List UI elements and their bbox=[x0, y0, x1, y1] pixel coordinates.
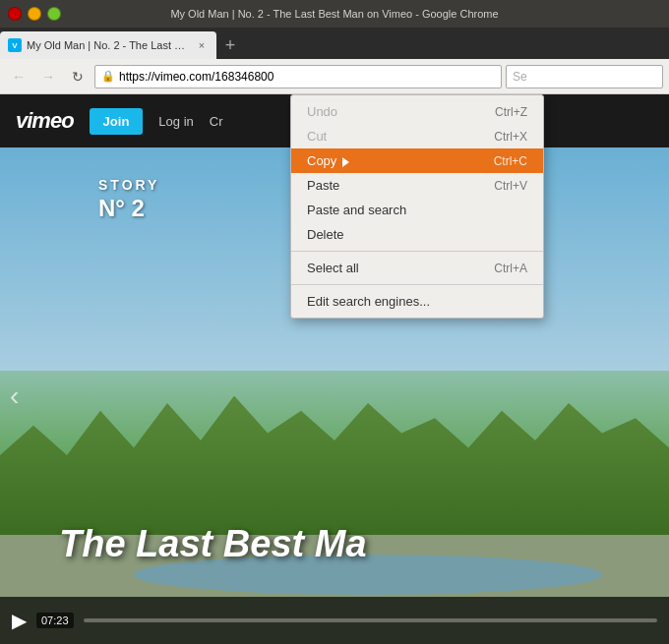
close-button[interactable] bbox=[8, 7, 22, 21]
back-button[interactable]: ← bbox=[6, 64, 31, 89]
join-button[interactable]: Join bbox=[90, 108, 144, 135]
page-content: vimeo Join Log in Cr STORY N° 2 The Last… bbox=[0, 94, 669, 644]
browser-toolbar: ← → ↻ 🔒 https://vimeo.com/168346800 Se bbox=[0, 59, 669, 94]
minimize-button[interactable] bbox=[28, 7, 41, 21]
menu-item-delete[interactable]: Delete bbox=[291, 222, 543, 247]
progress-bar[interactable] bbox=[84, 618, 657, 622]
reload-button[interactable]: ↻ bbox=[65, 64, 91, 89]
menu-label-cut: Cut bbox=[307, 129, 327, 144]
menu-divider-select-all bbox=[291, 284, 543, 285]
window-title: My Old Man | No. 2 - The Last Best Man o… bbox=[170, 8, 498, 20]
vimeo-logo: vimeo bbox=[16, 108, 74, 134]
story-label: STORY bbox=[98, 177, 159, 193]
tab-title: My Old Man | No. 2 - The Last Best Man bbox=[27, 39, 190, 51]
menu-label-edit-search: Edit search engines... bbox=[307, 294, 430, 309]
search-box[interactable]: Se bbox=[506, 65, 663, 88]
menu-item-select-all[interactable]: Select allCtrl+A bbox=[291, 256, 543, 280]
shortcut-select-all: Ctrl+A bbox=[494, 262, 527, 275]
play-button[interactable]: ▶ bbox=[12, 609, 27, 632]
create-link[interactable]: Cr bbox=[210, 114, 223, 129]
cursor-indicator bbox=[342, 157, 349, 167]
tab-bar: V My Old Man | No. 2 - The Last Best Man… bbox=[0, 28, 669, 59]
story-number: N° 2 bbox=[98, 195, 145, 222]
address-bar[interactable]: 🔒 https://vimeo.com/168346800 bbox=[94, 65, 502, 88]
menu-divider-delete bbox=[291, 251, 543, 252]
timecode-badge: 07:23 bbox=[36, 613, 74, 628]
shortcut-paste: Ctrl+V bbox=[494, 179, 527, 193]
tab-close-button[interactable]: × bbox=[195, 38, 209, 52]
window-controls bbox=[8, 7, 61, 21]
shortcut-cut: Ctrl+X bbox=[494, 130, 527, 144]
menu-label-paste: Paste bbox=[307, 178, 339, 193]
browser-tab[interactable]: V My Old Man | No. 2 - The Last Best Man… bbox=[0, 31, 216, 59]
secure-icon: 🔒 bbox=[101, 70, 115, 83]
menu-label-copy: Copy bbox=[307, 153, 349, 168]
maximize-button[interactable] bbox=[47, 7, 61, 21]
address-text: https://vimeo.com/168346800 bbox=[119, 70, 495, 84]
login-link[interactable]: Log in bbox=[158, 114, 193, 129]
shortcut-undo: Ctrl+Z bbox=[495, 105, 527, 119]
context-menu: UndoCtrl+ZCutCtrl+XCopyCtrl+CPasteCtrl+V… bbox=[290, 94, 544, 319]
menu-label-delete: Delete bbox=[307, 227, 344, 242]
menu-item-paste[interactable]: PasteCtrl+V bbox=[291, 173, 543, 198]
search-placeholder: Se bbox=[513, 70, 527, 84]
menu-item-edit-search[interactable]: Edit search engines... bbox=[291, 289, 543, 314]
video-controls: ▶ 07:23 bbox=[0, 597, 669, 644]
video-title: The Last Best Ma bbox=[59, 523, 367, 565]
tab-favicon: V bbox=[8, 38, 22, 52]
menu-item-cut: CutCtrl+X bbox=[291, 124, 543, 148]
new-tab-button[interactable]: + bbox=[216, 31, 244, 59]
menu-item-undo: UndoCtrl+Z bbox=[291, 99, 543, 124]
forward-button[interactable]: → bbox=[35, 64, 61, 89]
menu-label-undo: Undo bbox=[307, 104, 337, 119]
shortcut-copy: Ctrl+C bbox=[494, 154, 527, 168]
menu-item-paste-search[interactable]: Paste and search bbox=[291, 198, 543, 222]
title-bar: My Old Man | No. 2 - The Last Best Man o… bbox=[0, 0, 669, 28]
menu-label-select-all: Select all bbox=[307, 261, 359, 275]
menu-label-paste-search: Paste and search bbox=[307, 203, 406, 217]
prev-arrow[interactable]: ‹ bbox=[10, 381, 19, 412]
menu-item-copy[interactable]: CopyCtrl+C bbox=[291, 148, 543, 173]
